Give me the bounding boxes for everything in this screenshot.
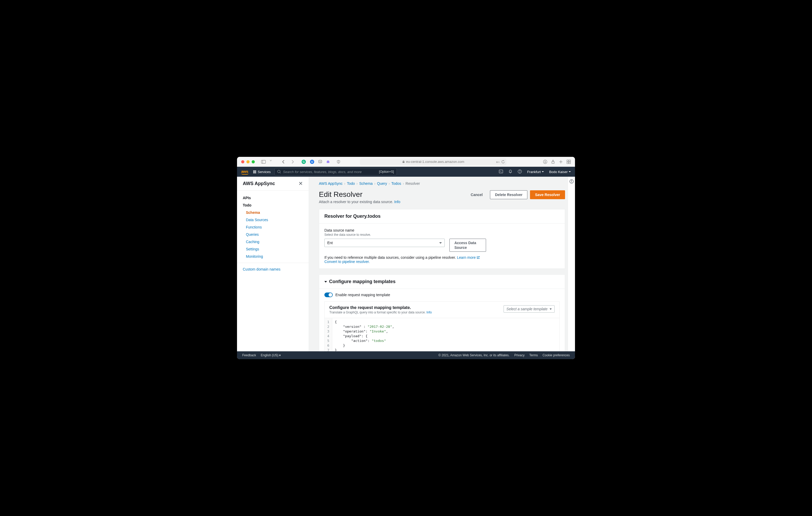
- sidebar-toggle-icon[interactable]: [261, 160, 266, 164]
- sidebar-close-button[interactable]: ✕: [298, 180, 303, 187]
- extension-ghost-icon[interactable]: [326, 160, 330, 164]
- delete-resolver-button[interactable]: Delete Resolver: [490, 190, 527, 199]
- svg-text:G: G: [303, 160, 305, 163]
- page-title: Edit Resolver: [319, 190, 400, 199]
- info-icon: [570, 179, 574, 183]
- sample-template-select[interactable]: Select a sample template: [503, 305, 555, 313]
- extension-grammarly-icon[interactable]: G: [301, 159, 306, 164]
- crumb-current: Resolver: [405, 181, 420, 186]
- sidebar-item-custom-domains[interactable]: Custom domain names: [237, 266, 309, 273]
- resolver-panel-heading: Resolver for Query.todos: [324, 214, 559, 219]
- cancel-button[interactable]: Cancel: [466, 190, 487, 199]
- svg-text:⊕A: ⊕A: [496, 161, 500, 163]
- notifications-icon[interactable]: [508, 170, 513, 174]
- shield-icon[interactable]: [337, 160, 341, 164]
- global-search-input[interactable]: Search for services, features, blogs, do…: [274, 168, 397, 175]
- breadcrumb: AWS AppSync› Todo› Schema› Query› Todos›…: [319, 181, 565, 186]
- address-bar[interactable]: eu-central-1.console.aws.amazon.com ⊕A: [360, 158, 506, 165]
- sidebar-item-apis[interactable]: APIs: [237, 194, 309, 202]
- svg-marker-24: [569, 171, 571, 172]
- svg-rect-6: [319, 160, 322, 163]
- downloads-icon[interactable]: [543, 160, 547, 164]
- info-drawer-handle[interactable]: [568, 177, 575, 351]
- line-gutter: 1234567: [325, 318, 332, 351]
- sidebar-item-functions[interactable]: Functions: [237, 223, 309, 231]
- extension-pocket-icon[interactable]: [318, 160, 322, 164]
- aws-topbar: aws Services Search for services, featur…: [237, 167, 575, 177]
- search-placeholder: Search for services, features, blogs, do…: [283, 170, 362, 174]
- crumb-query[interactable]: Query: [377, 181, 387, 186]
- url-text: eu-central-1.console.aws.amazon.com: [406, 160, 464, 164]
- new-tab-icon[interactable]: [559, 160, 563, 164]
- help-icon[interactable]: [518, 170, 522, 174]
- mapping-panel-toggle[interactable]: Configure mapping templates: [319, 275, 565, 289]
- learn-more-link[interactable]: Learn more: [457, 255, 480, 260]
- aws-logo[interactable]: aws: [241, 169, 249, 175]
- main-content: AWS AppSync› Todo› Schema› Query› Todos›…: [309, 177, 575, 351]
- close-window-button[interactable]: [241, 160, 244, 163]
- save-resolver-button[interactable]: Save Resolver: [530, 190, 565, 199]
- translate-icon[interactable]: ⊕A: [496, 160, 500, 164]
- chevron-down-icon: [439, 242, 442, 244]
- sidebar: AWS AppSync ✕ APIs Todo Schema Data Sour…: [237, 177, 309, 351]
- search-icon: [277, 170, 281, 174]
- privacy-link[interactable]: Privacy: [514, 354, 524, 357]
- forward-button[interactable]: [290, 159, 295, 164]
- services-label: Services: [258, 170, 271, 174]
- crumb-todos[interactable]: Todos: [392, 181, 401, 186]
- sidebar-item-monitoring[interactable]: Monitoring: [237, 253, 309, 260]
- enable-request-mapping-toggle[interactable]: [324, 293, 333, 297]
- svg-point-22: [520, 172, 520, 173]
- code-editor[interactable]: 1234567 { "version" : "2017-02-28", "ope…: [325, 318, 559, 351]
- info-link[interactable]: Info: [394, 200, 400, 204]
- request-template-hint: Translate a GraphQL query into a format …: [329, 310, 432, 314]
- minimize-window-button[interactable]: [246, 160, 250, 163]
- mapping-templates-panel: Configure mapping templates Enable reque…: [319, 274, 565, 351]
- back-button[interactable]: [281, 159, 286, 164]
- sidebar-item-settings[interactable]: Settings: [237, 245, 309, 253]
- region-selector[interactable]: Frankfurt: [527, 170, 544, 174]
- mapping-panel-heading: Configure mapping templates: [329, 279, 396, 284]
- cloudshell-icon[interactable]: [499, 170, 503, 174]
- app-body: AWS AppSync ✕ APIs Todo Schema Data Sour…: [237, 177, 575, 351]
- svg-rect-19: [499, 170, 503, 173]
- crumb-todo[interactable]: Todo: [347, 181, 355, 186]
- dropdown-chevron-icon[interactable]: [269, 159, 275, 164]
- region-label: Frankfurt: [527, 170, 541, 174]
- search-shortcut-hint: [Option+S]: [379, 170, 394, 174]
- access-data-source-button[interactable]: Access Data Source: [450, 239, 486, 252]
- feedback-link[interactable]: Feedback: [242, 354, 256, 357]
- code-content: { "version" : "2017-02-28", "operation":…: [332, 318, 397, 351]
- sidebar-item-todo[interactable]: Todo: [237, 202, 309, 209]
- svg-marker-23: [542, 171, 544, 172]
- lock-icon: [402, 160, 405, 163]
- services-menu[interactable]: Services: [253, 170, 271, 174]
- enable-request-mapping-label: Enable request mapping template: [336, 293, 390, 297]
- crumb-appsync[interactable]: AWS AppSync: [319, 181, 343, 186]
- crumb-schema[interactable]: Schema: [359, 181, 373, 186]
- grid-icon: [253, 171, 256, 173]
- svg-rect-14: [569, 160, 571, 161]
- sidebar-item-queries[interactable]: Queries: [237, 231, 309, 238]
- browser-titlebar: G U eu-central-1.console.aws.amazon.com …: [237, 157, 575, 167]
- svg-line-18: [280, 173, 281, 173]
- svg-rect-16: [569, 162, 571, 164]
- sidebar-item-schema[interactable]: Schema: [237, 209, 309, 216]
- tabs-overview-icon[interactable]: [567, 160, 571, 164]
- sidebar-item-data-sources[interactable]: Data Sources: [237, 216, 309, 223]
- convert-pipeline-link[interactable]: Convert to pipeline resolver.: [324, 260, 370, 264]
- cookie-link[interactable]: Cookie preferences: [543, 354, 570, 357]
- traffic-lights: [241, 160, 255, 163]
- language-selector[interactable]: English (US) ▾: [261, 354, 281, 357]
- terms-link[interactable]: Terms: [529, 354, 538, 357]
- maximize-window-button[interactable]: [252, 160, 255, 163]
- svg-rect-0: [261, 160, 265, 163]
- sidebar-item-caching[interactable]: Caching: [237, 238, 309, 245]
- request-template-info-link[interactable]: Info: [427, 310, 432, 314]
- extension-u-icon[interactable]: U: [310, 159, 314, 164]
- reload-icon[interactable]: [501, 160, 505, 164]
- svg-rect-13: [567, 160, 569, 161]
- share-icon[interactable]: [551, 160, 555, 164]
- account-menu[interactable]: Bodo Kaiser: [549, 170, 571, 174]
- data-source-select[interactable]: Ent: [324, 239, 445, 247]
